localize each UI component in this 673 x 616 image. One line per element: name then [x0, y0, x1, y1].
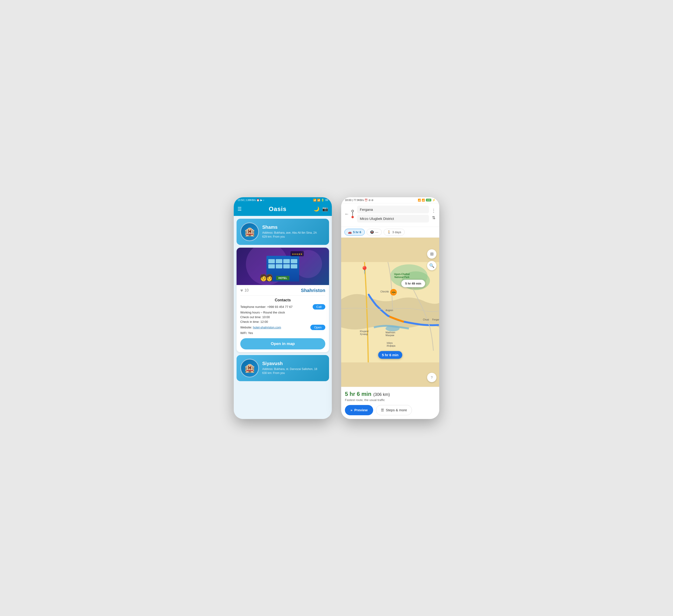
shams-distance: 629 km: From you — [262, 235, 317, 239]
hotel-banner: HOTEL ★★★★★ 🧑 👩 — [237, 248, 329, 285]
person2: 👩 — [265, 274, 273, 282]
destination-input[interactable]: Mirzo Ulugbek District — [357, 215, 429, 223]
hotel-sign: HOTEL — [276, 276, 289, 280]
layers-button[interactable]: ⊞ — [427, 249, 436, 259]
drive-time: 5 hr 6 — [353, 230, 361, 234]
svg-text:Fergan: Fergan — [432, 318, 439, 321]
shams-avatar — [240, 223, 259, 241]
status-bar-right: 18:00 | 77.9KB/s ⏰ ⊘ ⊘ 📶 📶 100 ⚡ — [341, 197, 439, 203]
camera-icon[interactable]: 📷 — [322, 206, 328, 212]
phone-label: Telephone number: +998 93 454 77 67 — [240, 305, 313, 309]
w — [268, 264, 275, 268]
hamburger-icon[interactable]: ☰ — [237, 206, 242, 212]
w — [291, 259, 297, 263]
open-website-button[interactable]: Open — [310, 325, 325, 330]
steps-more-button[interactable]: ☰ Steps & more — [376, 405, 412, 415]
preview-button[interactable]: » Preview — [345, 405, 373, 415]
hotel-card-shams[interactable]: Shams Address: Bukhara, ave. Abu Ali Ibn… — [237, 219, 329, 245]
status-bar-left: 13:50 | 138KB/s ⏰ ▶ ♪ 📶 📶 🔋99 — [234, 197, 332, 203]
siyavush-name: Siyavush — [262, 361, 317, 366]
svg-text:Ugam-Chatkal: Ugam-Chatkal — [394, 273, 410, 275]
transit-label: — — [375, 230, 378, 234]
left-status-time-speed: 13:50 | 138KB/s ⏰ ▶ ♪ — [237, 199, 264, 202]
wifi-row: WiFi: Yes — [240, 331, 325, 335]
layers-icon: ⊞ — [430, 251, 434, 257]
map-area[interactable]: Ugam-Chatkal National Park Chirchik Angr… — [341, 238, 439, 387]
route-alt-time: 5 hr 49 min — [405, 282, 421, 285]
svg-text:National Park: National Park — [394, 276, 409, 278]
origin-input[interactable]: Fergana — [357, 206, 429, 213]
hours-label: Working hours – Round the clock — [240, 311, 325, 314]
more-options-button[interactable]: ⋮ — [431, 208, 436, 213]
svg-text:Исфара: Исфара — [387, 344, 396, 347]
windows — [266, 257, 299, 270]
header-action-icons: 🌙 📷 — [313, 206, 328, 212]
map-search-button[interactable]: 🔍 — [427, 261, 436, 270]
route-time-bubble-alt[interactable]: 5 hr 49 min — [401, 280, 425, 287]
call-button[interactable]: Call — [313, 304, 325, 310]
steps-label: Steps & more — [386, 408, 407, 412]
checkin-label: Check in time: 12:00 — [240, 320, 325, 324]
svg-text:Makhram: Makhram — [386, 331, 395, 334]
contacts-title: Contacts — [240, 298, 325, 302]
likes-count[interactable]: ♥ 10 — [240, 288, 249, 293]
hotel-detail-shahriston: HOTEL ★★★★★ 🧑 👩 — [237, 248, 329, 352]
route-action-buttons: » Preview ☰ Steps & more — [345, 405, 436, 415]
svg-text:Chirchik: Chirchik — [381, 290, 389, 293]
origin-pin: 📍 — [360, 266, 369, 275]
back-button[interactable]: ← — [345, 211, 349, 217]
car-icon: 🚗 — [348, 230, 352, 234]
route-main-time: 5 hr 6 min — [382, 353, 399, 357]
phone-row: Telephone number: +998 93 454 77 67 Call — [240, 304, 325, 310]
w — [291, 264, 297, 268]
origin-dot — [352, 210, 354, 212]
left-phone: 13:50 | 138KB/s ⏰ ▶ ♪ 📶 📶 🔋99 ☰ Oasis 🌙 … — [234, 197, 332, 419]
tab-walk[interactable]: 🚶 3 days — [384, 229, 405, 236]
banner-content: HOTEL ★★★★★ 🧑 👩 — [262, 251, 304, 282]
hotel-card-siyavush[interactable]: Siyavush Address: Bukhara, st. Darvozai … — [237, 355, 329, 381]
building-illustration: HOTEL ★★★★★ 🧑 👩 — [262, 251, 304, 282]
steps-list-icon: ☰ — [381, 408, 384, 412]
dest-dot — [352, 216, 354, 218]
checkout-row: Check out time: 10:00 — [240, 315, 325, 319]
maps-header: ← Fergana Mirzo Ulugbek District ⋮ ⇅ — [341, 203, 439, 227]
route-description: Fastest route, the usual traffic — [345, 398, 436, 402]
right-status-time-speed: 18:00 | 77.9KB/s ⏰ ⊘ ⊘ — [345, 199, 374, 202]
w — [276, 259, 282, 263]
shams-name: Shams — [262, 225, 317, 230]
route-duration: 5 hr 6 min — [345, 391, 371, 397]
w — [268, 259, 275, 263]
route-distance: (306 km) — [373, 392, 390, 397]
open-map-button[interactable]: Open in map — [240, 338, 325, 349]
siyavush-info: Siyavush Address: Bukhara, st. Darvozai … — [262, 361, 317, 375]
help-button[interactable]: ? — [427, 373, 436, 382]
svg-text:Khujand: Khujand — [360, 330, 369, 332]
checkout-label: Check out time: 10:00 — [240, 315, 325, 319]
siyavush-address: Address: Bukhara, st. Darvozai Sallohon,… — [262, 367, 317, 371]
right-status-icons: 📶 📶 100 ⚡ — [418, 199, 436, 202]
tab-transit[interactable]: 🚇 — — [367, 229, 382, 236]
route-time-bubble-main[interactable]: 5 hr 6 min — [378, 351, 402, 359]
tab-drive[interactable]: 🚗 5 hr 6 — [345, 229, 365, 236]
website-link[interactable]: hotel-shahriston.com — [253, 326, 281, 329]
walk-time: 3 days — [392, 230, 401, 234]
magnifier-icon: 🔍 — [429, 263, 434, 268]
checkin-row: Check in time: 12:00 — [240, 320, 325, 324]
transit-icon: 🚇 — [370, 230, 374, 234]
heart-icon[interactable]: ♥ — [240, 288, 243, 293]
svg-text:Angren: Angren — [386, 309, 393, 311]
route-line2 — [353, 214, 353, 216]
transport-tabs: 🚗 5 hr 6 🚇 — 🚶 3 days — [341, 227, 439, 238]
walk-icon: 🚶 — [387, 230, 391, 234]
map-svg: Ugam-Chatkal National Park Chirchik Angr… — [341, 238, 439, 387]
moon-icon[interactable]: 🌙 — [313, 206, 319, 212]
construction-indicator: 🚧 — [390, 289, 397, 296]
hotel-likes-row: ♥ 10 Shahriston — [240, 288, 325, 293]
route-line — [353, 212, 353, 214]
origin-row: ← Fergana Mirzo Ulugbek District ⋮ ⇅ — [345, 206, 436, 223]
stars-icon: ★★★★★ — [292, 253, 302, 255]
swap-route-button[interactable]: ⇅ — [432, 215, 436, 220]
preview-label: Preview — [354, 408, 368, 412]
header-right-controls: ⋮ ⇅ — [431, 208, 436, 220]
svg-text:Chust: Chust — [423, 318, 429, 321]
